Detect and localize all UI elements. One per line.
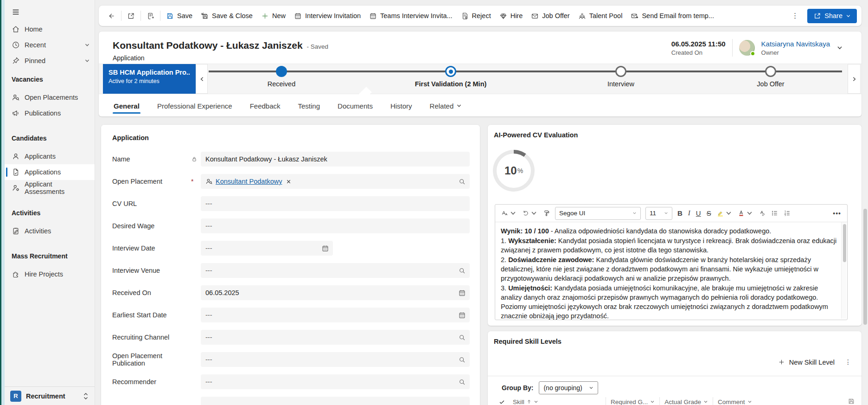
calendar-icon[interactable] <box>321 244 329 252</box>
tab-related[interactable]: Related <box>429 97 463 116</box>
column-header-skill[interactable]: Skill <box>513 397 606 405</box>
new-button[interactable]: New <box>257 9 290 23</box>
sidebar-item-applications[interactable]: Applications <box>5 164 95 180</box>
calendar-icon[interactable] <box>458 311 466 319</box>
owner-avatar[interactable] <box>739 40 755 56</box>
stage-current-circle[interactable] <box>445 66 456 77</box>
back-button[interactable] <box>103 9 120 23</box>
recruiting-channel-lookup[interactable]: --- <box>201 330 470 345</box>
chevron-down-icon[interactable] <box>534 399 538 404</box>
received-on-input[interactable]: 06.05.2025 <box>201 285 470 300</box>
calendar-icon[interactable] <box>458 289 466 297</box>
process-collapse-button[interactable] <box>196 64 208 94</box>
tab-documents[interactable]: Documents <box>337 97 374 116</box>
sidebar-item-open-placements[interactable]: Open Placements <box>5 90 95 105</box>
teams-interview-invitation-button[interactable]: Teams Interview Invita... <box>365 9 457 23</box>
send-email-from-template-button[interactable]: Send Email from temp... <box>626 9 718 23</box>
stage-todo-circle[interactable] <box>615 66 626 77</box>
header-expand-chevron-icon[interactable] <box>836 45 843 51</box>
evaluation-text[interactable]: Wynik: 10 / 100 - Analiza odpowiedniości… <box>495 222 847 320</box>
main-scrollbar[interactable] <box>862 27 868 405</box>
remove-value-icon[interactable] <box>286 179 291 184</box>
column-header-required-grade[interactable]: Required G... <box>606 397 659 405</box>
column-header-comment[interactable]: Comment <box>713 397 757 405</box>
sidebar-item-recent[interactable]: Recent <box>5 37 95 53</box>
stage-done-circle[interactable] <box>276 66 287 77</box>
tab-general[interactable]: General <box>113 97 140 116</box>
sidebar-item-activities[interactable]: Activities <box>5 223 95 239</box>
name-input[interactable]: Konsultant Podatkowy - Łukasz Janiszek <box>201 152 470 167</box>
save-button[interactable]: Save <box>162 9 197 23</box>
talent-pool-button[interactable]: Talent Pool <box>574 9 627 23</box>
rte-more-button[interactable]: ••• <box>830 208 843 219</box>
new-skill-level-button[interactable]: New Skill Level <box>778 359 835 366</box>
recommender-lookup[interactable]: --- <box>201 374 470 389</box>
tab-feedback[interactable]: Feedback <box>249 97 281 116</box>
more-commands-button[interactable]: ⋮ <box>788 10 803 22</box>
hamburger-menu-button[interactable] <box>8 6 23 19</box>
show-as-button[interactable] <box>142 9 159 23</box>
numbered-list-button[interactable] <box>781 208 793 219</box>
open-in-new-window-button[interactable] <box>123 9 139 23</box>
bold-button[interactable]: B <box>675 207 685 219</box>
open-placement-lookup[interactable]: Konsultant Podatkowy <box>201 174 470 189</box>
app-switcher[interactable]: R Recruitment <box>5 386 95 405</box>
search-icon[interactable] <box>458 334 466 341</box>
rte-scrollbar-thumb[interactable] <box>843 224 846 262</box>
stage-received[interactable]: Received <box>230 66 332 88</box>
interview-venue-lookup[interactable]: --- <box>201 263 470 278</box>
clear-formatting-button[interactable] <box>756 208 768 219</box>
font-color-button[interactable] <box>735 208 755 219</box>
tab-professional-experience[interactable]: Professional Experience <box>156 97 233 116</box>
grid-more-commands-button[interactable]: ⋮ <box>842 358 854 366</box>
format-painter-button[interactable] <box>541 208 552 219</box>
process-name-box[interactable]: SB HCM Application Pro... Active for 2 m… <box>103 64 196 94</box>
font-size-select[interactable]: 11 <box>645 207 672 220</box>
undo-button[interactable] <box>520 208 540 219</box>
share-button[interactable]: Share <box>807 9 857 23</box>
chevron-down-icon[interactable] <box>84 42 90 48</box>
stage-first-validation[interactable]: First Validation (2 Min) <box>400 66 502 88</box>
job-offer-button[interactable]: Job Offer <box>527 9 574 23</box>
interview-invitation-button[interactable]: Interview Invitation <box>290 9 365 23</box>
earliest-start-date-input[interactable]: --- <box>201 308 470 322</box>
open-placement-link[interactable]: Konsultant Podatkowy <box>216 178 282 185</box>
interview-date-input[interactable]: --- <box>201 241 333 256</box>
italic-button[interactable]: I <box>686 207 693 219</box>
search-icon[interactable] <box>458 356 466 364</box>
select-all-column[interactable] <box>499 399 513 405</box>
chevron-down-icon[interactable] <box>650 399 655 404</box>
sidebar-item-publications[interactable]: Publications <box>5 105 95 121</box>
stage-interview[interactable]: Interview <box>570 66 672 88</box>
cv-url-input[interactable]: --- <box>201 196 470 211</box>
reject-button[interactable]: Reject <box>457 9 495 23</box>
sidebar-item-hire-projects[interactable]: Hire Projects <box>5 266 95 282</box>
tab-testing[interactable]: Testing <box>297 97 321 116</box>
sidebar-item-applicant-assessments[interactable]: Applicant Assessments <box>5 180 95 196</box>
chevron-down-icon[interactable] <box>747 399 752 404</box>
sidebar-item-pinned[interactable]: Pinned <box>5 53 95 69</box>
chevron-up-down-icon[interactable] <box>83 392 89 400</box>
underline-button[interactable]: U <box>694 207 703 219</box>
sidebar-item-home[interactable]: Home <box>5 21 95 37</box>
stage-job-offer[interactable]: Job Offer <box>720 66 822 88</box>
chevron-down-icon[interactable] <box>703 399 708 404</box>
search-icon[interactable] <box>458 267 466 275</box>
search-icon[interactable] <box>458 378 466 386</box>
group-by-select[interactable]: (no grouping) <box>539 381 598 394</box>
tab-history[interactable]: History <box>389 97 413 116</box>
open-placement-publication-lookup[interactable]: --- <box>201 352 470 367</box>
text-style-button[interactable] <box>499 208 519 219</box>
partial-field[interactable] <box>201 397 470 405</box>
search-icon[interactable] <box>458 178 466 186</box>
stage-todo-circle[interactable] <box>765 66 776 77</box>
bulleted-list-button[interactable] <box>769 208 780 219</box>
sidebar-item-applicants[interactable]: Applicants <box>5 148 95 164</box>
desired-wage-input[interactable]: --- <box>201 219 470 233</box>
font-family-select[interactable]: Segoe UI <box>555 207 641 220</box>
hire-button[interactable]: Hire <box>495 9 527 23</box>
column-header-actual-grade[interactable]: Actual Grade <box>659 397 713 405</box>
highlight-button[interactable] <box>715 208 734 219</box>
owner-name-link[interactable]: Katsiaryna Navitskaya <box>761 40 830 48</box>
strikethrough-button[interactable]: S <box>704 207 714 219</box>
